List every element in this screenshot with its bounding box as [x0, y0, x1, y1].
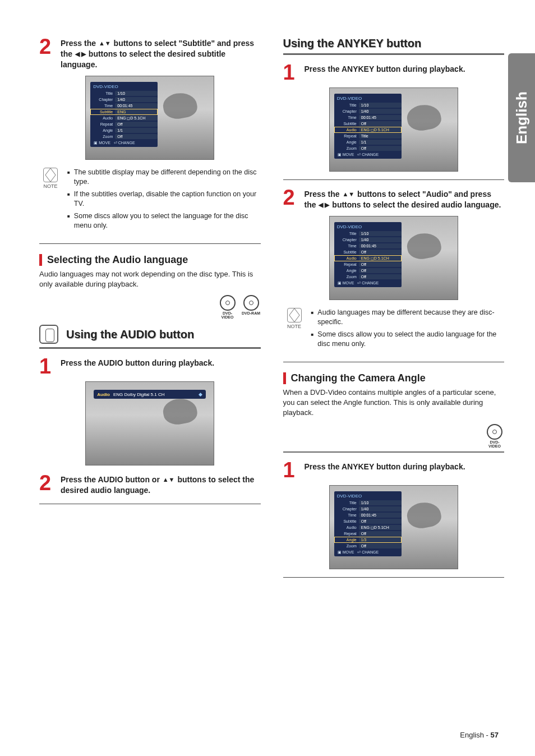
osd-row: Angle1/1 [90, 127, 158, 133]
osd-row-value: 1/3 [359, 537, 402, 542]
step-anykey-1: 1 Press the ANYKEY button during playbac… [283, 63, 505, 82]
osd-row: AudioENG ◻D 5.1CH [90, 115, 158, 121]
osd-row-value: 00:01:45 [359, 243, 402, 248]
osd-row: ZoomOff [334, 543, 402, 549]
note-icon: NOTE [283, 308, 306, 352]
osd-row: Time00:01:45 [334, 114, 402, 121]
osd-row-value: 1/40 [359, 506, 402, 511]
step-anykey-2: 2 Press the ▲▼ buttons to select "Audio"… [283, 188, 505, 210]
osd-row-label: Repeat [90, 122, 115, 126]
thick-divider [39, 347, 261, 349]
osd-row: Angle1/3 [334, 537, 402, 543]
osd-row-label: Subtitle [334, 250, 359, 254]
osd-row-label: Title [334, 232, 359, 236]
osd-row-label: Subtitle [334, 122, 359, 126]
osd-row: RepeatOff [334, 531, 402, 537]
osd-footer: ▣ MOVE⏎ CHANGE [334, 280, 402, 287]
page-content: 2 Press the ▲▼ buttons to select "Subtit… [0, 0, 535, 608]
osd-row: SubtitleOff [334, 518, 402, 524]
screenshot-subtitle-osd: DVD-VIDEOTitle1/10Chapter1/40Time00:01:4… [85, 76, 214, 160]
osd-row-value: Off [359, 250, 402, 255]
step-text: Press the ▲▼ buttons to select "Subtitle… [61, 37, 261, 70]
osd-row-value: ENG [115, 109, 158, 114]
osd-row-value: Off [359, 519, 402, 524]
osd-row: Chapter1/40 [90, 96, 158, 103]
left-right-icon: ◀ ▶ [319, 201, 329, 209]
step-audio-1: 1 Press the AUDIO button during playback… [39, 357, 261, 376]
osd-row-label: Chapter [334, 238, 359, 242]
step-text: Press the ANYKEY button during playback. [305, 63, 465, 82]
osd-row-value: Off [359, 146, 402, 151]
language-edge-tab: English [508, 53, 535, 182]
osd-row-value: Off [359, 268, 402, 273]
screenshot-audio-banner: Audio ENG Dolby Digital 5.1 CH ◆ [85, 381, 214, 465]
osd-row-value: 1/10 [359, 500, 402, 505]
step-text: Press the ANYKEY button during playback. [305, 460, 465, 480]
osd-header: DVD-VIDEO [334, 223, 402, 231]
osd-row: Angle1/1 [334, 139, 402, 145]
lead-camera-angle: When a DVD-Video contains multiple angle… [283, 388, 505, 418]
osd-row-value: 1/40 [359, 109, 402, 114]
osd-row-label: Angle [334, 538, 359, 542]
thick-divider [283, 451, 505, 453]
remote-icon [39, 325, 58, 344]
heading-audio-button: Using the AUDIO button [66, 328, 194, 341]
note-block-audio: NOTE Audio languages may be different be… [283, 308, 505, 352]
audio-label: Audio [97, 392, 110, 397]
osd-row: SubtitleOff [334, 249, 402, 255]
screenshot-anykey-osd: DVD-VIDEOTitle1/10Chapter1/40Time00:01:4… [329, 87, 458, 172]
osd-row-value: Off [359, 531, 402, 536]
note-list: The subtitle display may be different de… [67, 168, 261, 233]
osd-row-label: Audio [334, 525, 359, 529]
disc-badge: DVD-VIDEO [485, 424, 504, 448]
osd-row: Time00:01:45 [334, 512, 402, 518]
osd-row-value: Off [359, 262, 402, 267]
step-number: 2 [39, 37, 55, 70]
osd-row-label: Subtitle [334, 519, 359, 523]
osd-row: SubtitleOff [334, 121, 402, 127]
up-down-icon: ▲▼ [99, 39, 111, 48]
osd-row-label: Angle [334, 269, 359, 273]
divider [39, 243, 261, 244]
divider [283, 179, 505, 180]
osd-row-value: 1/1 [359, 140, 402, 145]
osd-row-value: ENG ◻D 5.1CH [359, 256, 402, 261]
step-number: 1 [283, 63, 299, 82]
osd-footer: ▣ MOVE⏎ CHANGE [90, 140, 158, 147]
osd-header: DVD-VIDEO [334, 492, 402, 500]
osd-row: AudioENG ◻D 5.1CH [334, 255, 402, 261]
lead-audio-language: Audio languages may not work depending o… [39, 269, 261, 289]
up-down-icon: ▲▼ [342, 190, 354, 199]
osd-row: ZoomOff [90, 133, 158, 140]
osd-row: ZoomOff [334, 274, 402, 280]
heading-audio-language: Selecting the Audio language [39, 254, 261, 266]
note-block-subtitle: NOTE The subtitle display may be differe… [39, 168, 261, 233]
osd-row-label: Repeat [334, 262, 359, 266]
osd-row-label: Time [334, 116, 359, 119]
osd-row-value: 00:01:45 [115, 103, 158, 108]
osd-row-label: Time [90, 104, 115, 108]
subsection-audio-button: Using the AUDIO button [39, 325, 261, 344]
left-right-icon: ◀ ▶ [75, 50, 86, 58]
osd-row: Time00:01:45 [90, 103, 158, 109]
osd-row-value: 1/40 [359, 237, 402, 242]
osd-row-label: Subtitle [90, 110, 115, 114]
note-item: Some discs allow you to select the langu… [67, 211, 261, 231]
step-number: 1 [283, 460, 299, 480]
step-text: Press the AUDIO button or ▲▼ buttons to … [61, 473, 261, 496]
osd-row: Title1/10 [334, 102, 402, 108]
osd-row-label: Audio [334, 256, 359, 260]
note-icon: NOTE [39, 168, 62, 233]
osd-row-label: Repeat [334, 532, 359, 536]
disc-badges: DVD-VIDEODVD-RAM [39, 295, 261, 319]
osd-row-label: Zoom [334, 146, 359, 150]
osd-row-value: Off [115, 134, 158, 139]
osd-row: Title1/10 [334, 500, 402, 506]
left-column: 2 Press the ▲▼ buttons to select "Subtit… [39, 34, 261, 586]
osd-row-label: Time [334, 244, 359, 248]
osd-row-label: Time [334, 513, 359, 517]
up-down-icon: ▲▼ [163, 476, 175, 484]
osd-header: DVD-VIDEO [334, 95, 402, 102]
screenshot-angle-osd: DVD-VIDEOTitle1/10Chapter1/40Time00:01:4… [329, 485, 458, 569]
audio-banner: Audio ENG Dolby Digital 5.1 CH ◆ [94, 390, 206, 399]
